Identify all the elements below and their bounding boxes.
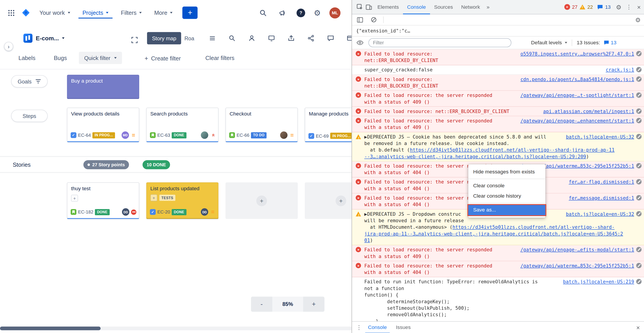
assignee-avatar[interactable] [280,131,288,139]
zoom-in-button[interactable]: + [303,296,324,312]
menu-item-clear-console-history[interactable]: Clear console history [468,191,545,202]
tab-console[interactable]: Console [403,0,430,14]
warning-count-icon[interactable] [580,4,585,10]
source-badge-icon[interactable] [636,108,642,114]
log-levels-dropdown[interactable]: Default levels [531,40,567,46]
goals-lane-button[interactable]: Goals [11,75,48,88]
issue-key[interactable]: EC-182 [78,210,93,214]
user-avatar[interactable]: ML [330,7,340,18]
menu-item-hide-messages[interactable]: Hide messages from exists [468,167,545,177]
drawer-close-icon[interactable] [636,324,640,330]
devtools-menu-icon[interactable] [626,4,632,10]
devtools-settings-icon[interactable] [616,4,622,10]
source-badge-icon[interactable] [636,263,642,268]
card-view-icon[interactable] [346,34,352,43]
source-badge-icon[interactable] [636,195,642,200]
source-badge-icon[interactable] [636,134,642,139]
source-link[interactable]: crack.js:1 [606,66,634,73]
story-card[interactable]: thuy test EC-182 DONE DD [67,182,139,219]
tab-sources[interactable]: Sources [430,0,457,14]
share-icon[interactable] [306,34,315,43]
labels-link[interactable]: Labels [18,54,36,61]
console-filter-input[interactable] [368,38,511,47]
source-link[interactable]: batch.js?locale=en-US:32 [566,134,634,140]
people-icon[interactable] [247,34,256,43]
source-link[interactable]: /gateway/api/waterme…853c-295e15f252b5:1 [520,262,634,269]
source-badge-icon[interactable] [636,118,642,123]
nav-your-work[interactable]: Your work [35,7,74,18]
error-count[interactable]: 27 [572,4,578,10]
tab-network[interactable]: Network [457,0,484,14]
clear-console-icon[interactable] [369,15,378,24]
view-settings-icon[interactable] [208,34,217,43]
app-switcher-icon[interactable] [6,8,16,18]
export-icon[interactable] [287,34,296,43]
zoom-out-button[interactable]: - [251,296,272,312]
goal-card[interactable]: Buy a product [67,75,139,99]
messages-icon[interactable] [598,4,603,10]
create-issue-button[interactable]: + [182,6,198,19]
steps-lane-button[interactable]: Steps [11,110,48,122]
error-count-icon[interactable] [564,4,570,10]
clear-filters-link[interactable]: Clear filters [206,54,234,61]
source-badge-icon[interactable] [636,247,642,252]
expand-sidebar-button[interactable] [4,42,13,51]
source-badge-icon[interactable] [636,179,642,184]
warning-count[interactable]: 22 [588,4,593,10]
issue-key[interactable]: EC-66 [236,133,249,138]
drawer-tab-issues[interactable]: Issues [393,321,414,333]
assignee-avatar[interactable]: MD [122,131,129,139]
more-tabs-icon[interactable]: » [484,4,492,10]
issue-key[interactable]: EC-69 [316,134,328,138]
source-badge-icon[interactable] [636,211,642,216]
source-badge-icon[interactable] [636,92,642,98]
create-filter-button[interactable]: Create filter [144,54,181,62]
source-badge-icon[interactable] [636,76,642,82]
source-link[interactable]: fer…ar-flag.dismissed:1 [569,178,634,185]
nav-projects[interactable]: Projects [78,7,112,18]
quick-filter-button[interactable]: Quick filter [79,52,122,64]
comment-icon[interactable] [326,34,335,43]
source-link[interactable]: /gateway/api/engage-…efits-modal/start:1 [520,246,634,253]
add-card-icon[interactable] [256,195,267,206]
search-icon[interactable] [258,8,269,18]
step-card[interactable]: Checkout EC-66 TO DO [226,108,298,142]
inspect-element-icon[interactable] [355,2,364,12]
board-search-icon[interactable] [228,34,236,43]
empty-card-slot[interactable] [226,182,298,219]
drawer-tab-console[interactable]: Console [365,321,390,333]
source-badge-icon[interactable] [636,67,642,72]
source-link[interactable]: /gateway/api/engage-…enhancement/start:1 [520,118,634,124]
project-name[interactable]: E-com... [36,35,65,42]
issue-key[interactable]: EC-64 [78,133,91,138]
devtools-close-icon[interactable] [637,4,641,10]
issue-key[interactable]: EC-20 [157,210,170,214]
source-badge-icon[interactable] [636,279,642,284]
tab-story-map[interactable]: Story map [147,32,181,44]
story-card[interactable]: List products updated TESTS EC-20 DONE D… [146,182,218,219]
project-avatar[interactable] [24,34,32,43]
empty-card-slot[interactable] [305,182,352,219]
megaphone-icon[interactable] [277,8,288,18]
messages-count[interactable]: 13 [605,4,611,10]
eye-icon[interactable] [355,38,364,47]
menu-item-clear-console[interactable]: Clear console [468,181,545,191]
assignee-avatar[interactable] [201,131,208,139]
source-badge-icon[interactable] [636,163,642,168]
source-link[interactable]: batch.js?locale=en-US:32 [566,211,634,217]
step-card[interactable]: View products details EC-64 IN PROG... M… [67,108,139,142]
help-icon[interactable] [296,8,305,17]
nav-filters[interactable]: Filters [117,7,146,18]
add-icon[interactable] [71,195,78,202]
add-card-icon[interactable] [336,195,346,206]
assignee-avatar[interactable]: DD [201,208,208,216]
menu-item-save-as[interactable]: Save as... [468,205,545,215]
source-link[interactable]: o55978.ingest.sentry.…browser%2F7.47.0:1 [520,50,634,57]
source-badge-icon[interactable] [636,51,642,56]
assignee-avatar[interactable]: DD [122,208,129,216]
bugs-link[interactable]: Bugs [54,54,67,61]
source-link[interactable]: api.atlassian.com/metal/ingest:1 [543,108,634,114]
tab-roadmap[interactable]: Roa [184,35,194,42]
settings-gear-icon[interactable] [314,9,321,16]
issue-key[interactable]: EC-63 [157,133,170,138]
